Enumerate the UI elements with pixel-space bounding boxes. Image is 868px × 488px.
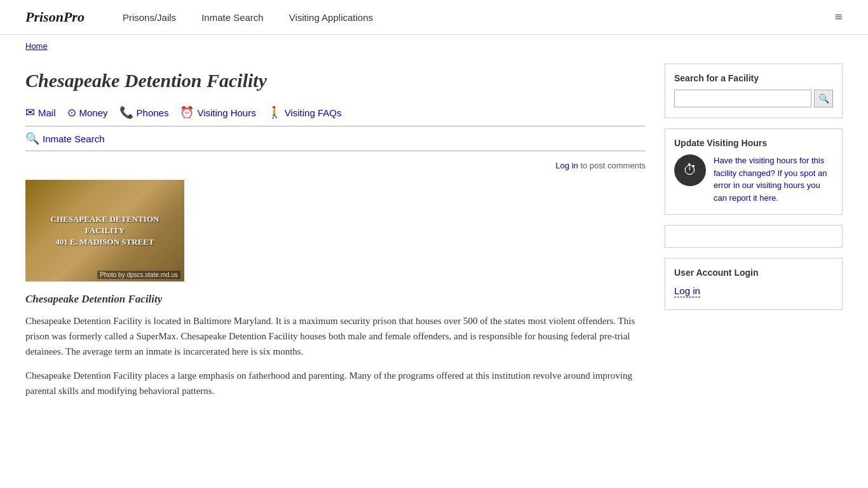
body-paragraph-1: Chesapeake Detention Facility is located… bbox=[25, 313, 646, 359]
search-tab-icon: 🔍 bbox=[25, 132, 39, 146]
facility-image-text: CHESAPEAKE DETENTIONFACILITY401 E. MADIS… bbox=[44, 207, 166, 255]
login-note-text: to post comments bbox=[580, 161, 646, 170]
update-visiting-hours-content: ⏱ Have the visiting hours for this facil… bbox=[674, 154, 833, 204]
login-note: Log in to post comments bbox=[25, 161, 646, 170]
tab-inmate-search-label: Inmate Search bbox=[43, 133, 105, 144]
tab-visiting-faqs-label: Visiting FAQs bbox=[285, 107, 342, 118]
page-title: Chesapeake Detention Facility bbox=[25, 70, 646, 92]
update-visiting-hours-box: Update Visiting Hours ⏱ Have the visitin… bbox=[665, 128, 843, 215]
user-account-title: User Account Login bbox=[674, 268, 833, 278]
user-account-login-link[interactable]: Log in bbox=[674, 285, 700, 297]
search-facility-icon: 🔍 bbox=[818, 93, 829, 104]
update-visiting-link[interactable]: Have the visiting hours for this facilit… bbox=[714, 156, 827, 203]
nav-prisons-jails[interactable]: Prisons/Jails bbox=[123, 12, 176, 23]
breadcrumb-home[interactable]: Home bbox=[25, 41, 48, 51]
walking-icon: 🚶 bbox=[268, 105, 281, 119]
user-account-box: User Account Login Log in bbox=[665, 258, 843, 310]
sidebar: Search for a Facility 🔍 Update Visiting … bbox=[665, 64, 843, 407]
facility-image-inner: CHESAPEAKE DETENTIONFACILITY401 E. MADIS… bbox=[25, 180, 184, 281]
clock-update-icon: ⏱ bbox=[674, 154, 706, 186]
tabs-row-1: ✉ Mail ⊙ Money 📞 Phones ⏰ Visiting Hours… bbox=[25, 103, 646, 126]
tab-mail-label: Mail bbox=[38, 107, 56, 118]
tab-visiting-hours[interactable]: ⏰ Visiting Hours bbox=[180, 103, 261, 123]
tab-money[interactable]: ⊙ Money bbox=[67, 104, 113, 123]
tab-visiting-hours-label: Visiting Hours bbox=[197, 107, 255, 118]
search-facility-row: 🔍 bbox=[674, 90, 833, 107]
update-visiting-hours-title: Update Visiting Hours bbox=[674, 138, 833, 148]
nav-visiting-applications[interactable]: Visiting Applications bbox=[289, 12, 373, 23]
search-facility-box: Search for a Facility 🔍 bbox=[665, 64, 843, 118]
clock-icon-symbol: ⏱ bbox=[683, 162, 697, 179]
search-facility-input[interactable] bbox=[674, 90, 811, 107]
clock-tab-icon: ⏰ bbox=[180, 105, 194, 119]
tab-inmate-search[interactable]: 🔍 Inmate Search bbox=[25, 129, 110, 148]
header: PrisonPro Prisons/Jails Inmate Search Vi… bbox=[0, 0, 868, 35]
nav-inmate-search[interactable]: Inmate Search bbox=[201, 12, 264, 23]
money-icon: ⊙ bbox=[67, 106, 76, 119]
main-content: Chesapeake Detention Facility ✉ Mail ⊙ M… bbox=[25, 64, 646, 407]
image-credit: Photo by dpscs.state.md.us bbox=[97, 271, 180, 279]
tab-phones[interactable]: 📞 Phones bbox=[119, 103, 174, 123]
search-facility-title: Search for a Facility bbox=[674, 73, 833, 83]
tab-money-label: Money bbox=[79, 107, 108, 118]
facility-subtitle: Chesapeake Detention Facility bbox=[25, 293, 646, 306]
body-paragraph-2: Chesapeake Detention Facility places a l… bbox=[25, 368, 646, 398]
page-layout: Chesapeake Detention Facility ✉ Mail ⊙ M… bbox=[0, 57, 868, 433]
tab-mail[interactable]: ✉ Mail bbox=[25, 103, 61, 123]
mail-icon: ✉ bbox=[25, 105, 35, 119]
tab-phones-label: Phones bbox=[137, 107, 169, 118]
main-nav: Prisons/Jails Inmate Search Visiting App… bbox=[123, 12, 835, 23]
phone-icon: 📞 bbox=[119, 105, 133, 119]
tabs-row-2: 🔍 Inmate Search bbox=[25, 126, 646, 151]
sidebar-empty-box bbox=[665, 225, 843, 248]
facility-image: CHESAPEAKE DETENTIONFACILITY401 E. MADIS… bbox=[25, 180, 184, 281]
search-facility-button[interactable]: 🔍 bbox=[814, 90, 833, 107]
update-visiting-text: Have the visiting hours for this facilit… bbox=[714, 154, 833, 204]
tab-visiting-faqs[interactable]: 🚶 Visiting FAQs bbox=[268, 103, 347, 123]
site-logo[interactable]: PrisonPro bbox=[25, 9, 85, 25]
hamburger-icon[interactable]: ≡ bbox=[835, 9, 843, 25]
breadcrumb: Home bbox=[0, 35, 868, 57]
login-link-post[interactable]: Log in bbox=[555, 161, 578, 170]
